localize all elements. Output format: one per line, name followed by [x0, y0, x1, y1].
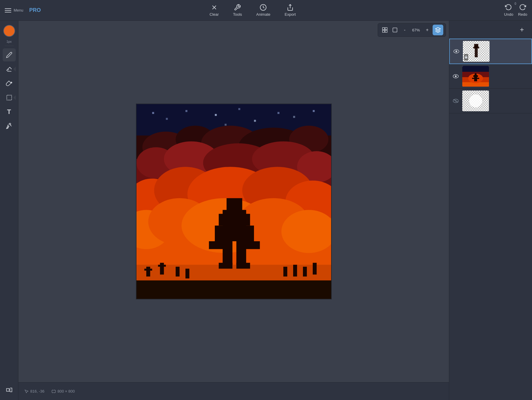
- add-layer-button[interactable]: +: [517, 24, 527, 35]
- brush-size-label: 1px: [7, 40, 12, 43]
- dimensions-value: 800 × 800: [58, 389, 75, 393]
- selection-tool[interactable]: [3, 91, 16, 104]
- animate-button[interactable]: Animate: [256, 4, 271, 17]
- svg-rect-6: [382, 28, 385, 30]
- clear-label: Clear: [209, 12, 219, 17]
- eyedropper-icon: [6, 123, 12, 129]
- canvas-resize-tool[interactable]: [3, 383, 16, 396]
- layer-item-2[interactable]: [449, 64, 532, 89]
- layer-item-3[interactable]: [449, 89, 532, 113]
- svg-rect-59: [293, 265, 297, 277]
- svg-rect-21: [313, 110, 315, 112]
- topbar: Menu PRO Clear Tools Animate: [0, 0, 532, 21]
- pro-label: PRO: [29, 7, 41, 13]
- eye-icon: [453, 49, 459, 53]
- eye-closed-icon: [453, 99, 459, 103]
- resize-icon: [6, 387, 12, 393]
- layers-panel-button[interactable]: [433, 25, 443, 35]
- svg-point-75: [455, 50, 457, 52]
- svg-marker-11: [436, 28, 441, 30]
- artwork-canvas[interactable]: [136, 104, 332, 299]
- menu-button[interactable]: [5, 8, 11, 12]
- svg-rect-10: [393, 28, 397, 32]
- svg-rect-91: [477, 78, 479, 79]
- layer-item-1[interactable]: [449, 39, 532, 64]
- left-toolbar: 1px T: [0, 21, 18, 400]
- clear-icon: [211, 4, 218, 11]
- svg-rect-60: [303, 267, 307, 277]
- svg-rect-70: [236, 241, 246, 265]
- animate-icon: [260, 4, 267, 11]
- svg-rect-68: [244, 241, 260, 249]
- svg-rect-13: [152, 112, 154, 114]
- topbar-left: Menu PRO: [5, 7, 43, 13]
- cursor-icon: [24, 389, 28, 393]
- single-view-button[interactable]: [390, 26, 399, 34]
- layer-3-visibility[interactable]: [452, 97, 460, 105]
- svg-rect-8: [382, 30, 385, 32]
- undo-badge: 0: [514, 2, 516, 5]
- dimensions-icon: [52, 389, 56, 393]
- export-icon: [287, 4, 294, 11]
- lock-icon: [465, 55, 468, 59]
- eye-icon: [453, 74, 459, 78]
- export-button[interactable]: Export: [285, 4, 296, 17]
- statusbar: 816, -36 800 × 800: [18, 382, 449, 400]
- eraser-tool[interactable]: [3, 63, 16, 76]
- pencil-tool[interactable]: [3, 48, 16, 61]
- svg-rect-79: [465, 57, 467, 58]
- zoom-out-button[interactable]: -: [401, 26, 409, 34]
- undo-button[interactable]: Undo 0: [504, 4, 513, 17]
- svg-rect-51: [136, 280, 332, 299]
- grid-view-button[interactable]: [380, 26, 389, 34]
- selection-icon: [6, 94, 12, 101]
- svg-rect-16: [215, 114, 217, 116]
- svg-rect-7: [385, 28, 387, 30]
- svg-line-94: [453, 99, 458, 102]
- layer-1-visibility[interactable]: [452, 47, 460, 55]
- clear-button[interactable]: Clear: [209, 4, 219, 17]
- canvas-area[interactable]: [18, 21, 449, 382]
- layer-3-thumbnail: [462, 91, 489, 111]
- tools-icon: [234, 4, 241, 11]
- layer-1-thumbnail: [463, 41, 490, 62]
- layer-2-visibility[interactable]: [452, 72, 460, 80]
- svg-rect-72: [236, 263, 250, 269]
- zoom-controls: - 67% +: [378, 23, 446, 37]
- color-swatch-button[interactable]: [3, 24, 16, 37]
- eyedropper-tool[interactable]: [3, 120, 16, 133]
- layers-header: +: [449, 21, 532, 39]
- svg-rect-5: [6, 388, 9, 391]
- svg-rect-78: [474, 44, 478, 47]
- color-swatch[interactable]: [3, 25, 15, 37]
- svg-rect-77: [473, 47, 479, 48]
- undo-icon: [505, 4, 512, 11]
- zoom-level: 67%: [410, 28, 422, 32]
- redo-button[interactable]: Redo: [518, 4, 527, 17]
- layer2-thumb-art: [462, 66, 489, 87]
- svg-point-95: [469, 94, 482, 107]
- right-panel: +: [449, 21, 532, 400]
- fill-icon: [6, 80, 12, 87]
- svg-rect-14: [166, 118, 168, 120]
- svg-rect-69: [223, 241, 232, 265]
- redo-icon: [519, 4, 526, 11]
- svg-rect-71: [219, 263, 232, 269]
- svg-rect-90: [472, 78, 474, 79]
- redo-label: Redo: [518, 12, 527, 17]
- zoom-in-button[interactable]: +: [423, 26, 431, 34]
- svg-point-81: [455, 75, 457, 77]
- text-icon: T: [7, 108, 11, 116]
- text-tool[interactable]: T: [3, 105, 16, 118]
- fill-tool[interactable]: [3, 77, 16, 90]
- svg-rect-20: [293, 116, 295, 118]
- tools-button[interactable]: Tools: [233, 4, 242, 17]
- canvas-dimensions: 800 × 800: [52, 389, 75, 393]
- svg-rect-54: [160, 263, 164, 275]
- svg-rect-55: [158, 265, 166, 267]
- svg-rect-88: [473, 75, 478, 77]
- svg-rect-61: [313, 263, 317, 275]
- lock-indicator: [464, 54, 468, 61]
- layer3-thumb-art: [464, 92, 487, 110]
- svg-rect-58: [283, 267, 287, 277]
